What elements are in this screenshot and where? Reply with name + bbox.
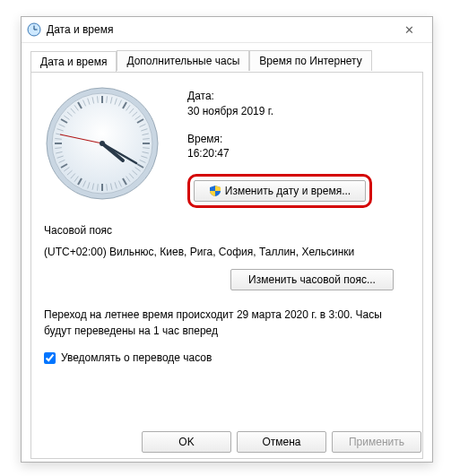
timezone-value: (UTC+02:00) Вильнюс, Киев, Рига, София, … [44,246,410,258]
notify-dst-checkbox[interactable] [44,352,56,364]
cancel-button[interactable]: Отмена [237,431,326,453]
timezone-label: Часовой пояс [44,224,410,237]
time-label: Время: [187,132,372,147]
tab-date-time[interactable]: Дата и время [30,51,117,72]
date-time-dialog: Дата и время ✕ Дата и времяДополнительны… [21,16,433,463]
change-date-time-button[interactable]: Изменить дату и время... [194,180,366,202]
dst-text: Переход на летнее время происходит 29 ма… [44,307,410,339]
close-button[interactable]: ✕ [391,23,427,37]
analog-clock [44,85,160,202]
titlebar: Дата и время ✕ [22,17,432,43]
apply-button[interactable]: Применить [332,431,421,453]
date-value: 30 ноября 2019 г. [187,104,372,119]
date-label: Дата: [187,89,372,104]
dialog-buttons: OK Отмена Применить [142,431,421,453]
notify-dst-label: Уведомлять о переводе часов [61,351,212,364]
tab-strip: Дата и времяДополнительные часыВремя по … [30,50,423,72]
time-value: 16:20:47 [187,146,372,161]
ok-button[interactable]: OK [142,431,231,453]
window-title: Дата и время [47,23,391,36]
change-timezone-label: Изменить часовой пояс... [248,273,376,286]
highlight-ring: Изменить дату и время... [187,174,372,208]
tab-internet-time[interactable]: Время по Интернету [249,50,371,71]
tab-pane: Дата: 30 ноября 2019 г. Время: 16:20:47 … [30,72,423,459]
tab-additional-clocks[interactable]: Дополнительные часы [117,50,249,71]
svg-point-68 [100,141,105,146]
change-date-time-label: Изменить дату и время... [225,184,351,199]
clock-icon [27,22,41,37]
shield-icon [209,185,221,197]
change-timezone-button[interactable]: Изменить часовой пояс... [230,269,394,290]
